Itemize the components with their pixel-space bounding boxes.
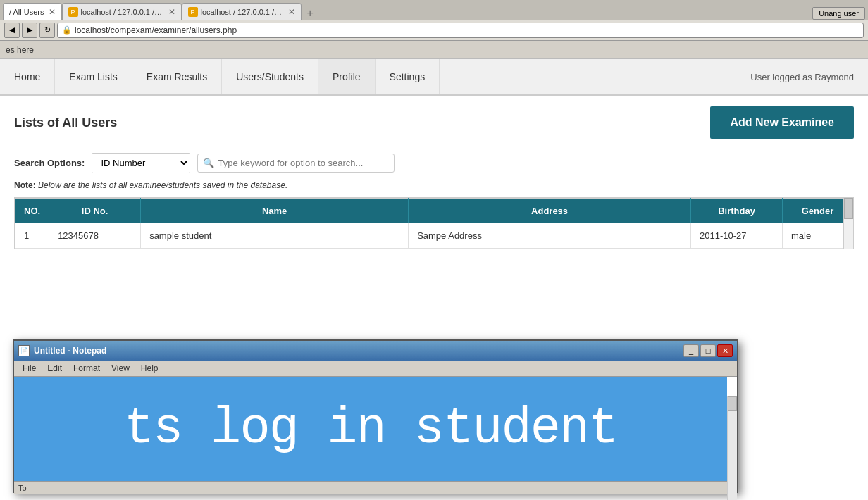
notepad-menu-help[interactable]: Help	[135, 362, 164, 375]
tab-pma-1-title: localhost / 127.0.0.1 / 15s	[81, 8, 164, 16]
nav-profile[interactable]: Profile	[318, 59, 376, 94]
col-address: Address	[409, 199, 691, 224]
add-examinee-button[interactable]: Add New Examinee	[710, 106, 854, 139]
note-body: Below are the lists of all examinee/stud…	[38, 180, 287, 190]
note-text: Note: Below are the lists of all examine…	[14, 180, 854, 190]
tab-close-pma-1-icon[interactable]: ✕	[168, 7, 175, 17]
main-content: Lists of All Users Add New Examinee Sear…	[0, 96, 868, 260]
search-input-wrap: 🔍	[197, 154, 395, 173]
address-bar[interactable]: 🔒 localhost/compexam/examiner/allusers.p…	[57, 23, 864, 38]
notepad-menubar: File Edit Format View Help	[14, 361, 737, 377]
col-no: NO.	[16, 199, 49, 224]
notepad-scrollbar-thumb[interactable]	[728, 396, 737, 411]
notepad-restore-button[interactable]: □	[700, 344, 716, 357]
table-scrollbar[interactable]	[843, 198, 853, 249]
notepad-status-text: To	[18, 484, 27, 492]
search-select[interactable]: ID Number Name Address	[92, 153, 190, 173]
notepad-minimize-button[interactable]: _	[683, 344, 699, 357]
col-gender: Gender	[783, 199, 853, 224]
notepad-content[interactable]: ts log in student	[14, 377, 727, 481]
notepad-menu-view[interactable]: View	[106, 362, 135, 375]
page-header: Lists of All Users Add New Examinee	[14, 106, 854, 139]
nav-exam-results[interactable]: Exam Results	[132, 59, 222, 94]
notepad-status-bar: To	[14, 481, 737, 494]
search-row: Search Options: ID Number Name Address 🔍	[14, 153, 854, 173]
cell-address: Sampe Address	[409, 223, 691, 249]
col-birthday: Birthday	[691, 199, 783, 224]
unang-user-button[interactable]: Unang user	[812, 7, 865, 20]
tab-all-users[interactable]: / All Users ✕	[3, 3, 62, 20]
nav-exam-lists[interactable]: Exam Lists	[55, 59, 132, 94]
tab-close-icon[interactable]: ✕	[49, 7, 56, 17]
forward-button[interactable]: ▶	[22, 23, 37, 38]
notepad-window-buttons: _ □ ✕	[683, 344, 733, 357]
notepad-titlebar: 📄 Untitled - Notepad _ □ ✕	[14, 341, 737, 361]
notepad-content-text: ts log in student	[110, 396, 632, 461]
lock-icon: 🔒	[62, 25, 72, 35]
cell-id: 12345678	[49, 223, 141, 249]
cell-name: sample student	[141, 223, 409, 249]
notif-text: es here	[6, 45, 34, 55]
notification-bar: es here	[0, 41, 868, 59]
pma-icon-2: P	[188, 7, 198, 17]
nav-users-students[interactable]: Users/Students	[222, 59, 318, 94]
users-table: NO. ID No. Name Address Birthday Gender …	[15, 198, 853, 249]
new-tab-button[interactable]: +	[304, 7, 316, 20]
notepad-window: 📄 Untitled - Notepad _ □ ✕ File Edit For…	[13, 339, 738, 493]
table-header-row: NO. ID No. Name Address Birthday Gender	[16, 199, 853, 224]
nav-bar: Home Exam Lists Exam Results Users/Stude…	[0, 59, 868, 96]
refresh-button[interactable]: ↻	[39, 23, 55, 38]
note-prefix: Note:	[14, 180, 38, 190]
search-options-label: Search Options:	[14, 158, 85, 168]
notepad-app-icon: 📄	[18, 345, 30, 356]
cell-no: 1	[16, 223, 49, 249]
nav-home[interactable]: Home	[0, 59, 55, 94]
browser-chrome: / All Users ✕ P localhost / 127.0.0.1 / …	[0, 0, 868, 41]
notepad-menu-file[interactable]: File	[17, 362, 42, 375]
tab-title: / All Users	[9, 8, 44, 16]
col-name: Name	[141, 199, 409, 224]
pma-icon-1: P	[68, 7, 78, 17]
table-wrap: NO. ID No. Name Address Birthday Gender …	[14, 197, 854, 249]
tab-pma-1[interactable]: P localhost / 127.0.0.1 / 15s ✕	[62, 3, 182, 20]
notepad-title: Untitled - Notepad	[34, 346, 683, 356]
tab-pma-2-title: localhost / 127.0.0.1 / 15s	[201, 8, 284, 16]
notepad-menu-format[interactable]: Format	[68, 362, 106, 375]
table-scrollbar-thumb[interactable]	[844, 198, 853, 219]
notepad-scrollbar[interactable]	[727, 396, 737, 500]
table-row[interactable]: 1 12345678 sample student Sampe Address …	[16, 223, 853, 249]
browser-controls: ◀ ▶ ↻ 🔒 localhost/compexam/examiner/allu…	[0, 20, 868, 41]
nav-user-info: User logged as Raymond	[736, 72, 868, 82]
back-button[interactable]: ◀	[4, 23, 20, 38]
tab-close-pma-2-icon[interactable]: ✕	[288, 7, 295, 17]
search-icon: 🔍	[203, 158, 214, 168]
notepad-menu-edit[interactable]: Edit	[42, 362, 68, 375]
cell-birthday: 2011-10-27	[691, 223, 783, 249]
cell-gender: male	[783, 223, 853, 249]
page-title: Lists of All Users	[14, 115, 117, 130]
tab-pma-2[interactable]: P localhost / 127.0.0.1 / 15s ✕	[182, 3, 302, 20]
tab-bar: / All Users ✕ P localhost / 127.0.0.1 / …	[0, 0, 868, 20]
nav-settings[interactable]: Settings	[376, 59, 440, 94]
search-input[interactable]	[197, 154, 395, 173]
col-id: ID No.	[49, 199, 141, 224]
address-text: localhost/compexam/examiner/allusers.php	[75, 25, 237, 35]
notepad-close-button[interactable]: ✕	[717, 344, 733, 357]
